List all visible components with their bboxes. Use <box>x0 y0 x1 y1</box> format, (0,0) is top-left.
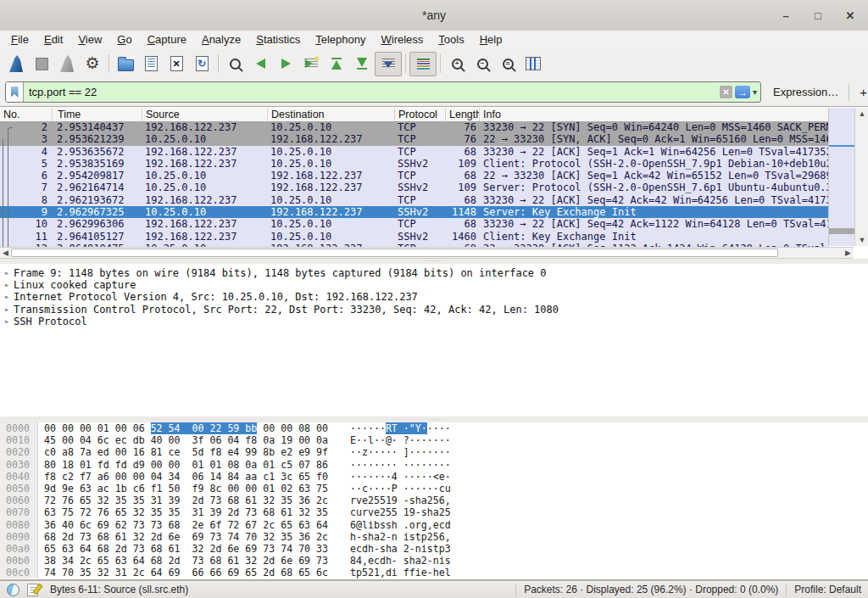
packet-row-2[interactable]: 22.953140437192.168.122.23710.25.0.10TCP… <box>0 121 828 133</box>
go-forward-button[interactable] <box>273 53 298 75</box>
go-to-packet-icon <box>304 59 318 69</box>
hex-bytes: 45 00 04 6c ec db 40 00 3f 06 04 f8 0a 1… <box>44 434 339 446</box>
column-header-destination[interactable]: Destination <box>268 108 395 121</box>
menu-statistics[interactable]: Statistics <box>248 31 308 49</box>
filter-bookmark-button[interactable] <box>6 82 24 102</box>
find-packet-button[interactable] <box>222 53 248 75</box>
cell-info: Server: Key Exchange Init <box>480 206 828 218</box>
menu-wireless[interactable]: Wireless <box>374 31 431 49</box>
cell-no: 8 <box>0 194 53 206</box>
cell-protocol: SSHv2 <box>395 206 446 218</box>
scroll-down-arrow-icon[interactable]: ▼ <box>855 234 868 246</box>
packet-row-7[interactable]: 72.96216471410.25.0.10192.168.122.237SSH… <box>0 182 828 193</box>
menu-edit[interactable]: Edit <box>36 31 70 49</box>
packet-row-6[interactable]: 62.95420981710.25.0.10192.168.122.237TCP… <box>0 170 828 182</box>
expert-info-icon[interactable] <box>7 584 19 596</box>
packet-row-9-selected[interactable]: 92.96296732510.25.0.10192.168.122.237SSH… <box>0 206 828 218</box>
capture-options-button[interactable] <box>80 53 105 75</box>
cell-protocol: SSHv2 <box>395 158 446 170</box>
filter-apply-button[interactable]: → <box>735 86 750 98</box>
column-header-no[interactable]: No. <box>0 108 53 121</box>
menu-telephony[interactable]: Telephony <box>308 31 373 49</box>
detail-ip[interactable]: ▸Internet Protocol Version 4, Src: 10.25… <box>0 291 868 303</box>
cell-time: 2.964105127 <box>53 231 142 243</box>
start-capture-button[interactable] <box>3 53 29 75</box>
cell-time: 2.962996306 <box>53 218 142 230</box>
expand-arrow-icon[interactable]: ▸ <box>0 279 14 291</box>
minimize-button[interactable]: – <box>776 6 795 25</box>
menu-file[interactable]: File <box>3 31 36 49</box>
expand-arrow-icon[interactable]: ▸ <box>0 316 14 327</box>
maximize-button[interactable]: □ <box>809 6 827 25</box>
menu-analyze[interactable]: Analyze <box>194 31 248 49</box>
add-filter-button[interactable]: + <box>849 84 867 101</box>
go-back-button[interactable] <box>248 53 273 75</box>
expand-arrow-icon[interactable]: ▸ <box>0 291 14 303</box>
cell-time: 2.962164714 <box>53 182 142 193</box>
stop-capture-icon <box>36 58 48 70</box>
toolbar-separator <box>218 54 219 73</box>
packet-row-3[interactable]: 32.95362123910.25.0.10192.168.122.237TCP… <box>0 133 828 145</box>
zoom-in-button[interactable]: + <box>444 53 470 75</box>
column-header-source[interactable]: Source <box>142 108 268 121</box>
go-first-packet-icon <box>331 58 342 70</box>
column-header-info[interactable]: Info <box>480 108 868 121</box>
zoom-reset-button[interactable]: = <box>495 53 520 75</box>
open-file-button[interactable] <box>113 53 138 75</box>
packet-list: 22.953140437192.168.122.23710.25.0.10TCP… <box>0 121 828 247</box>
packet-row-4[interactable]: 42.953635672192.168.122.23710.25.0.10TCP… <box>0 146 828 158</box>
expand-arrow-icon[interactable]: ▸ <box>0 267 14 279</box>
scroll-right-arrow-icon[interactable]: ▶ <box>843 248 854 258</box>
status-profile[interactable]: Profile: Default <box>794 584 861 595</box>
go-last-packet-button[interactable] <box>349 53 375 75</box>
cell-time: 2.953635672 <box>53 146 142 158</box>
menu-help[interactable]: Help <box>472 31 510 49</box>
packet-row-11[interactable]: 112.964105127192.168.122.23710.25.0.10SS… <box>0 231 828 243</box>
menu-capture[interactable]: Capture <box>140 31 194 49</box>
menu-go[interactable]: Go <box>109 31 139 49</box>
detail-frame[interactable]: ▸Frame 9: 1148 bytes on wire (9184 bits)… <box>0 267 868 279</box>
packet-list-vertical-scrollbar[interactable]: ▲ ▼ <box>854 108 868 246</box>
hex-dump-pane[interactable]: 0000 00 00 00 01 00 06 52 54 00 22 59 bb… <box>0 422 868 580</box>
zoom-out-button[interactable]: − <box>470 53 495 75</box>
pane-splitter[interactable]: ····· <box>0 416 868 422</box>
titlebar[interactable]: *any – □ ✕ <box>0 0 868 31</box>
expand-arrow-icon[interactable]: ▸ <box>0 304 14 316</box>
packet-list-minimap[interactable] <box>828 108 854 246</box>
save-file-button[interactable] <box>138 53 164 75</box>
capture-comment-icon[interactable] <box>27 584 38 596</box>
close-button[interactable]: ✕ <box>841 6 860 25</box>
restart-capture-button[interactable] <box>54 53 80 75</box>
stop-capture-button[interactable] <box>29 53 54 75</box>
cell-destination: 192.168.122.237 <box>268 133 395 145</box>
filter-dropdown-button[interactable]: ▾ <box>753 87 757 97</box>
detail-tcp[interactable]: ▸Transmission Control Protocol, Src Port… <box>0 304 868 316</box>
colorize-toggle[interactable] <box>409 52 437 76</box>
detail-linux-cooked[interactable]: ▸Linux cooked capture <box>0 279 868 291</box>
packet-row-10[interactable]: 102.962996306192.168.122.23710.25.0.10TC… <box>0 218 828 230</box>
hex-row: 007063 75 72 76 65 32 35 35 31 39 2d 73 … <box>0 506 868 518</box>
resize-columns-button[interactable] <box>520 53 546 75</box>
go-to-packet-button[interactable] <box>298 53 324 75</box>
filter-clear-button[interactable]: ✕ <box>720 86 732 98</box>
expression-button[interactable]: Expression… <box>773 86 838 98</box>
packet-row-8[interactable]: 82.962193672192.168.122.23710.25.0.10TCP… <box>0 194 828 206</box>
packet-details-pane[interactable]: ▸Frame 9: 1148 bytes on wire (9184 bits)… <box>0 264 868 416</box>
reload-file-button[interactable] <box>189 53 214 75</box>
close-file-button[interactable] <box>164 53 189 75</box>
detail-ssh[interactable]: ▸SSH Protocol <box>0 316 868 327</box>
auto-scroll-toggle[interactable] <box>375 52 402 76</box>
column-header-protocol[interactable]: Protocol <box>395 108 446 121</box>
menu-tools[interactable]: Tools <box>431 31 471 49</box>
column-header-time[interactable]: Time <box>53 108 142 121</box>
hex-bytes: 80 18 01 fd fd d9 00 00 01 01 08 0a 01 c… <box>44 459 339 471</box>
column-header-length[interactable]: Length <box>446 108 480 121</box>
menu-view[interactable]: View <box>70 31 109 49</box>
horizontal-scroll-thumb[interactable] <box>11 249 778 257</box>
go-back-icon <box>256 59 265 69</box>
packet-row-5[interactable]: 52.953835169192.168.122.23710.25.0.10SSH… <box>0 158 828 170</box>
scroll-left-arrow-icon[interactable]: ◀ <box>0 248 11 258</box>
scroll-up-arrow-icon[interactable]: ▲ <box>855 108 868 120</box>
go-first-packet-button[interactable] <box>324 53 349 75</box>
display-filter-input[interactable] <box>24 86 720 98</box>
